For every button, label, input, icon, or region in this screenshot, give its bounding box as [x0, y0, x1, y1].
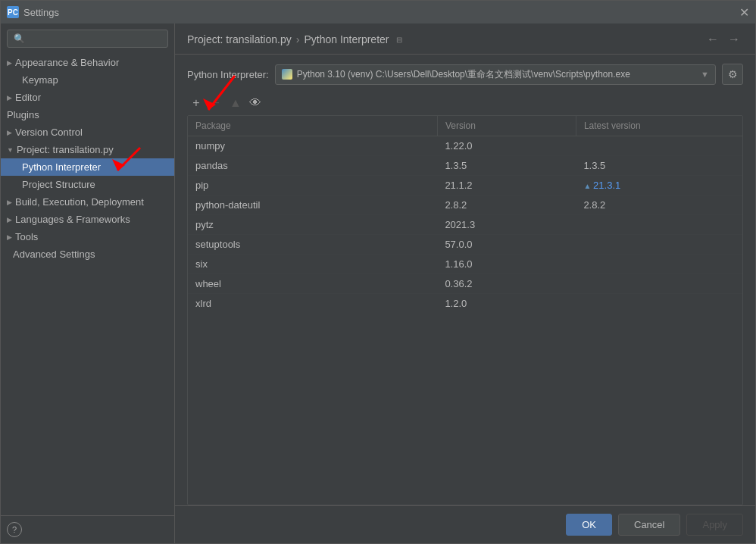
package-name: wheel [188, 274, 437, 294]
sidebar-item-tools[interactable]: ▶ Tools [1, 228, 174, 245]
sidebar-item-project-structure[interactable]: Project Structure [1, 176, 174, 193]
table-header-row: Package Version Latest version [188, 116, 742, 136]
add-package-button[interactable]: + [187, 94, 205, 112]
package-latest [576, 274, 742, 294]
package-version: 1.2.0 [437, 294, 576, 314]
sidebar-item-label: Project: transilation.py [17, 144, 114, 155]
python-icon [282, 69, 292, 80]
remove-package-button[interactable]: − [207, 94, 225, 112]
sidebar-item-label: Editor [15, 92, 41, 103]
package-latest [576, 255, 742, 274]
table-row[interactable]: setuptools57.0.0 [188, 235, 742, 255]
package-version: 2.8.2 [437, 195, 576, 215]
packages-table: Package Version Latest version numpy1.22… [187, 115, 743, 505]
table-row[interactable]: pytz2021.3 [188, 215, 742, 235]
title-bar-left: PC Settings [7, 6, 59, 18]
expand-icon: ▶ [7, 129, 12, 136]
expand-icon: ▶ [7, 59, 12, 67]
sidebar-item-label: Advanced Settings [13, 249, 95, 260]
main-header: Project: transilation.py › Python Interp… [175, 23, 755, 55]
expand-icon: ▶ [7, 94, 12, 102]
package-version: 2021.3 [437, 215, 576, 235]
interpreter-value: Python 3.10 (venv) C:\Users\Dell\Desktop… [297, 68, 630, 81]
sidebar-item-editor[interactable]: ▶ Editor [1, 89, 174, 106]
sidebar-item-label: Plugins [7, 109, 39, 120]
package-version: 57.0.0 [437, 235, 576, 255]
sidebar-item-label: Keymap [22, 74, 58, 86]
sidebar-item-label: Appearance & Behavior [15, 57, 119, 68]
app-icon: PC [7, 6, 19, 18]
column-header-latest: Latest version [576, 116, 742, 136]
sidebar-bottom: ? [1, 515, 174, 543]
package-name: numpy [188, 136, 437, 156]
column-header-version: Version [437, 116, 576, 136]
table-row[interactable]: six1.16.0 [188, 255, 742, 274]
table-row[interactable]: wheel0.36.2 [188, 274, 742, 294]
interpreter-label: Python Interpreter: [187, 69, 269, 80]
window-title: Settings [23, 7, 59, 18]
sidebar-item-label: Python Interpreter [22, 161, 101, 173]
package-latest: 1.3.5 [576, 156, 742, 176]
package-version: 1.16.0 [437, 255, 576, 274]
sidebar: 🔍 ▶ Appearance & Behavior Keymap ▶ Edito… [1, 23, 175, 543]
sidebar-item-plugins[interactable]: Plugins [1, 106, 174, 123]
sidebar-item-advanced[interactable]: Advanced Settings [1, 245, 174, 263]
table-row[interactable]: python-dateutil2.8.22.8.2 [188, 195, 742, 215]
interpreter-row: Python Interpreter: Python 3.10 (venv) C… [175, 55, 755, 91]
interpreter-select[interactable]: Python 3.10 (venv) C:\Users\Dell\Desktop… [275, 64, 716, 85]
package-name: six [188, 255, 437, 274]
package-version: 1.22.0 [437, 136, 576, 156]
ok-button[interactable]: OK [566, 514, 612, 536]
expand-icon: ▼ [7, 146, 14, 154]
eye-package-button[interactable]: 👁 [246, 94, 264, 112]
sidebar-item-build[interactable]: ▶ Build, Execution, Deployment [1, 193, 174, 211]
back-arrow-button[interactable]: ← [704, 31, 722, 48]
package-version: 21.1.2 [437, 176, 576, 195]
expand-icon: ▶ [7, 216, 12, 224]
package-name: pytz [188, 215, 437, 235]
packages-toolbar: + − ▲ 👁 [175, 91, 755, 115]
search-box[interactable]: 🔍 [7, 30, 168, 48]
sidebar-item-keymap[interactable]: Keymap [1, 71, 174, 89]
interpreter-settings-button[interactable]: ⚙ [722, 64, 743, 85]
table-row[interactable]: pip21.1.2▲ 21.3.1 [188, 176, 742, 195]
sidebar-item-label: Project Structure [22, 179, 95, 190]
package-latest: 2.8.2 [576, 195, 742, 215]
sidebar-item-python-interpreter[interactable]: Python Interpreter [1, 158, 174, 176]
apply-button[interactable]: Apply [686, 514, 743, 536]
package-name: pip [188, 176, 437, 195]
up-package-button[interactable]: ▲ [226, 94, 245, 112]
sidebar-item-label: Build, Execution, Deployment [15, 196, 144, 208]
package-latest [576, 136, 742, 156]
close-button[interactable]: ✕ [739, 5, 749, 20]
forward-arrow-button[interactable]: → [725, 31, 743, 48]
nav-tree: ▶ Appearance & Behavior Keymap ▶ Editor … [1, 54, 174, 515]
table-row[interactable]: xlrd1.2.0 [188, 294, 742, 314]
package-latest: ▲ 21.3.1 [576, 176, 742, 195]
sidebar-item-project[interactable]: ▼ Project: transilation.py [1, 141, 174, 158]
help-button[interactable]: ? [7, 522, 22, 537]
table-row[interactable]: pandas1.3.51.3.5 [188, 156, 742, 176]
cancel-button[interactable]: Cancel [618, 514, 680, 536]
sidebar-item-vcs[interactable]: ▶ Version Control [1, 123, 174, 141]
footer: OK Cancel Apply [175, 505, 755, 543]
package-latest [576, 235, 742, 255]
select-dropdown-icon: ▼ [701, 70, 709, 79]
package-name: xlrd [188, 294, 437, 314]
search-icon: 🔍 [14, 33, 25, 44]
sidebar-item-languages[interactable]: ▶ Languages & Frameworks [1, 211, 174, 228]
sidebar-item-label: Tools [15, 231, 38, 242]
search-input[interactable] [28, 33, 161, 44]
column-header-package: Package [188, 116, 437, 136]
package-version: 0.36.2 [437, 274, 576, 294]
table-row[interactable]: numpy1.22.0 [188, 136, 742, 156]
nav-arrows: ← → [704, 31, 743, 48]
expand-icon: ▶ [7, 233, 12, 241]
breadcrumb-icon: ⊟ [396, 36, 402, 44]
interpreter-select-inner: Python 3.10 (venv) C:\Users\Dell\Desktop… [282, 68, 630, 81]
sidebar-item-appearance[interactable]: ▶ Appearance & Behavior [1, 54, 174, 71]
package-version: 1.3.5 [437, 156, 576, 176]
main-panel: Project: transilation.py › Python Interp… [175, 23, 755, 543]
breadcrumb-separator: › [296, 33, 300, 45]
title-bar: PC Settings ✕ [1, 1, 755, 23]
